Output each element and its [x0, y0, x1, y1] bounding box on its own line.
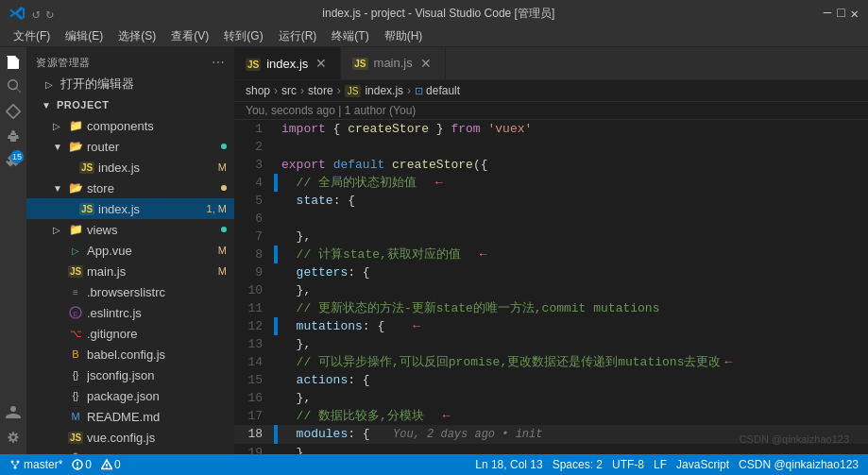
status-errors[interactable]: 0 [72, 458, 92, 471]
code-line-3: 3 export default createStore({ [234, 156, 868, 174]
menu-terminal[interactable]: 终端(T) [326, 26, 374, 46]
folder-icon: 📂 [68, 180, 83, 195]
sidebar-item-jsconfig[interactable]: {} jsconfig.json [26, 365, 234, 385]
breadcrumb-shop[interactable]: shop [246, 84, 270, 97]
sidebar-item-router-index[interactable]: JS index.js M [26, 157, 234, 178]
menu-select[interactable]: 选择(S) [112, 26, 162, 46]
sidebar-item-app-vue[interactable]: ▷ App.vue M [26, 240, 234, 261]
sidebar-item-views[interactable]: ▷ 📁 views [26, 219, 234, 240]
extensions-badge: 15 [10, 150, 24, 163]
menu-goto[interactable]: 转到(G) [218, 26, 268, 46]
editor-area: JS index.js ✕ JS main.js ✕ shop › src › … [234, 47, 868, 454]
line-number: 3 [234, 156, 274, 174]
sidebar-item-open-editors[interactable]: ▷ 打开的编辑器 [26, 74, 234, 94]
activity-account[interactable] [2, 401, 25, 424]
title-bar-controls[interactable]: ─ □ ✕ [824, 6, 859, 22]
status-eol[interactable]: LF [654, 458, 667, 471]
sidebar-tree: ▷ 打开的编辑器 ▼ PROJECT ▷ 📁 components ▼ 📂 [26, 74, 234, 454]
git-info: You, seconds ago | 1 author (You) [234, 102, 868, 120]
code-line-13: 13 }, [234, 335, 868, 353]
status-watermark-badge: CSDN @qinkaizhao123 [739, 458, 859, 471]
sidebar-item-browserslistrc[interactable]: ≡ .browserslistrc [26, 281, 234, 302]
menu-file[interactable]: 文件(F) [8, 26, 56, 46]
status-branch[interactable]: master* [9, 458, 62, 471]
activity-git[interactable] [2, 100, 25, 123]
sidebar-item-components[interactable]: ▷ 📁 components [26, 115, 234, 136]
tab-main-js[interactable]: JS main.js ✕ [341, 47, 445, 79]
eslint-icon: E [68, 305, 83, 320]
breadcrumb-default[interactable]: ⊡ default [415, 84, 460, 97]
new-file-icon[interactable]: ⋯ [212, 55, 226, 70]
title-bar-icons[interactable]: ↺ ↻ [32, 6, 54, 22]
status-language[interactable]: JavaScript [676, 458, 729, 471]
vue-file-icon: ▷ [68, 243, 83, 258]
line-number: 6 [234, 210, 274, 228]
status-encoding[interactable]: UTF-8 [612, 458, 644, 471]
forward-icon[interactable]: ↻ [45, 6, 53, 22]
svg-point-5 [14, 467, 17, 469]
breadcrumb-src[interactable]: src [281, 84, 297, 97]
breadcrumb-sep: › [274, 84, 278, 97]
json-icon: {} [68, 388, 83, 403]
sidebar-item-vue-config[interactable]: JS vue.config.js [26, 427, 234, 448]
folder-icon: 📂 [68, 139, 83, 154]
activity-settings[interactable] [2, 426, 25, 449]
arrow-icon: ▷ [45, 79, 57, 90]
sidebar-item-readme[interactable]: M README.md [26, 406, 234, 427]
line-number: 7 [234, 228, 274, 246]
breadcrumb-sep: › [337, 84, 341, 97]
tab-label: main.js [374, 56, 413, 70]
breadcrumb-file[interactable]: index.js [365, 84, 403, 97]
code-editor[interactable]: 1 import { createStore } from 'vuex' 2 3… [234, 120, 868, 454]
line-content: // 可以异步操作,可以反回promise,更改数据还是传递到mutations… [278, 353, 868, 371]
back-icon[interactable]: ↺ [32, 6, 40, 22]
line-number: 13 [234, 335, 274, 353]
activity-debug[interactable] [2, 125, 25, 147]
sidebar-header-icons[interactable]: ⋯ [212, 55, 226, 70]
tab-close-button[interactable]: ✕ [314, 56, 329, 71]
line-content: getters: { [278, 263, 868, 281]
status-left: master* 0 0 [9, 458, 121, 471]
menu-view[interactable]: 查看(V) [165, 26, 214, 46]
tab-close-button[interactable]: ✕ [418, 56, 434, 71]
status-position[interactable]: Ln 18, Col 13 [475, 458, 542, 471]
activity-explorer[interactable] [2, 51, 25, 74]
activity-extensions[interactable]: 15 [2, 149, 25, 172]
line-content: // 全局的状态初始值← [278, 174, 868, 192]
menu-edit[interactable]: 编辑(E) [60, 26, 109, 46]
sidebar: 资源管理器 ⋯ ▷ 打开的编辑器 ▼ PROJECT ▷ 📁 [26, 47, 234, 454]
svg-line-7 [15, 464, 18, 467]
svg-point-10 [77, 467, 78, 468]
status-right: Ln 18, Col 13 Spaces: 2 UTF-8 LF JavaScr… [475, 458, 859, 471]
sidebar-item-store[interactable]: ▼ 📂 store [26, 178, 234, 198]
code-line-2: 2 [234, 138, 868, 156]
close-icon[interactable]: ✕ [851, 6, 859, 22]
sidebar-item-babel[interactable]: B babel.config.js [26, 344, 234, 365]
activity-search[interactable] [2, 76, 25, 98]
line-number: 1 [234, 120, 274, 138]
maximize-icon[interactable]: □ [837, 6, 844, 21]
status-spaces[interactable]: Spaces: 2 [553, 458, 603, 471]
line-number: 15 [234, 371, 274, 389]
sidebar-item-main-js[interactable]: JS main.js M [26, 261, 234, 281]
line-content: } [278, 444, 868, 454]
status-warnings[interactable]: 0 [101, 458, 121, 471]
sidebar-item-package-json[interactable]: {} package.json [26, 385, 234, 406]
menu-help[interactable]: 帮助(H) [379, 26, 429, 46]
json-icon: {} [68, 367, 83, 382]
sidebar-item-eslintrc[interactable]: E .eslintrc.js [26, 302, 234, 323]
minimize-icon[interactable]: ─ [824, 6, 831, 21]
sidebar-item-store-index[interactable]: JS index.js 1, M [26, 198, 234, 219]
sidebar-header: 资源管理器 ⋯ [26, 47, 234, 74]
vscode-logo [9, 6, 25, 21]
menu-run[interactable]: 运行(R) [273, 26, 323, 46]
code-line-14: 14 // 可以异步操作,可以反回promise,更改数据还是传递到mutati… [234, 353, 868, 371]
code-line-10: 10 }, [234, 281, 868, 299]
sidebar-item-gitignore[interactable]: ⌥ .gitignore [26, 323, 234, 344]
tab-index-js[interactable]: JS index.js ✕ [234, 47, 341, 79]
sidebar-item-project[interactable]: ▼ PROJECT [26, 94, 234, 115]
line-content: }, [278, 281, 868, 299]
breadcrumb-store[interactable]: store [308, 84, 333, 97]
sidebar-item-yarn-lock[interactable]: 🔒 yarn.lock [26, 448, 234, 454]
sidebar-item-router[interactable]: ▼ 📂 router [26, 136, 234, 157]
